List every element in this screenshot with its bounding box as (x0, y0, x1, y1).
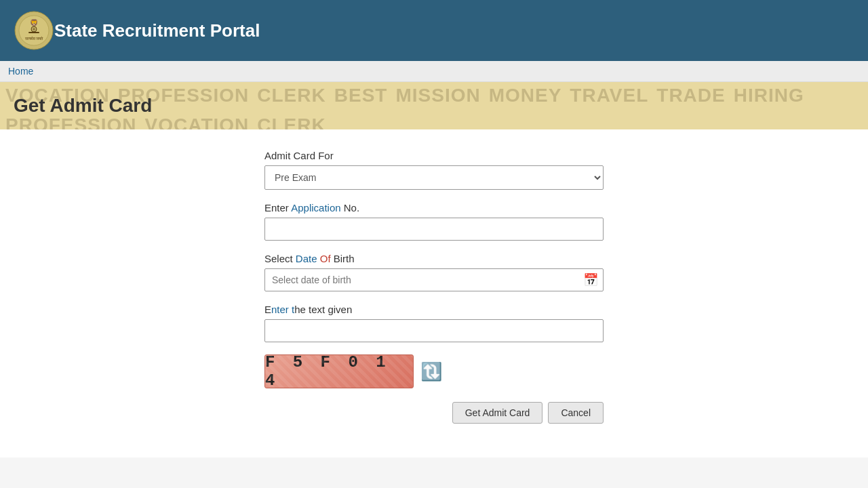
application-no-label: Enter Application No. (264, 202, 604, 214)
application-no-input[interactable] (264, 218, 604, 241)
header-title: State Recruitment Portal (54, 20, 260, 41)
svg-text:🦁: 🦁 (30, 18, 39, 27)
navbar: Home (0, 61, 868, 82)
banner: VOCATIONPROFESSIONCLERKBEST MISSIONMONEY… (0, 82, 868, 129)
form-container: Admit Card For Pre Exam Mains Exam Enter… (264, 143, 604, 430)
main-content: Admit Card For Pre Exam Mains Exam Enter… (0, 129, 868, 458)
header: 🦁 सत्यमेव जयते State Recruitment Portal (0, 0, 868, 61)
dob-input-wrapper: 📅 (264, 268, 604, 291)
dob-group: Select Date Of Birth 📅 (264, 253, 604, 291)
nav-home[interactable]: Home (8, 66, 33, 77)
captcha-input[interactable] (264, 319, 604, 342)
cancel-button[interactable]: Cancel (548, 402, 604, 424)
admit-card-for-label: Admit Card For (264, 150, 604, 161)
captcha-label: Enter the text given (264, 304, 604, 315)
captcha-row: F 5 F 0 1 4 🔃 (264, 354, 604, 388)
calendar-icon[interactable]: 📅 (583, 272, 598, 287)
dob-label: Select Date Of Birth (264, 253, 604, 264)
emblem-logo: 🦁 सत्यमेव जयते (14, 10, 54, 51)
admit-card-for-group: Admit Card For Pre Exam Mains Exam (264, 150, 604, 190)
refresh-captcha-icon[interactable]: 🔃 (420, 361, 442, 382)
captcha-image: F 5 F 0 1 4 (264, 354, 414, 388)
button-row: Get Admit Card Cancel (264, 402, 604, 424)
get-admit-card-button[interactable]: Get Admit Card (452, 402, 543, 424)
admit-card-for-select[interactable]: Pre Exam Mains Exam (264, 165, 604, 190)
page-title: Get Admit Card (14, 95, 152, 117)
captcha-group: Enter the text given (264, 304, 604, 342)
dob-input[interactable] (264, 268, 604, 291)
svg-text:सत्यमेव जयते: सत्यमेव जयते (24, 36, 44, 41)
application-no-group: Enter Application No. (264, 202, 604, 241)
